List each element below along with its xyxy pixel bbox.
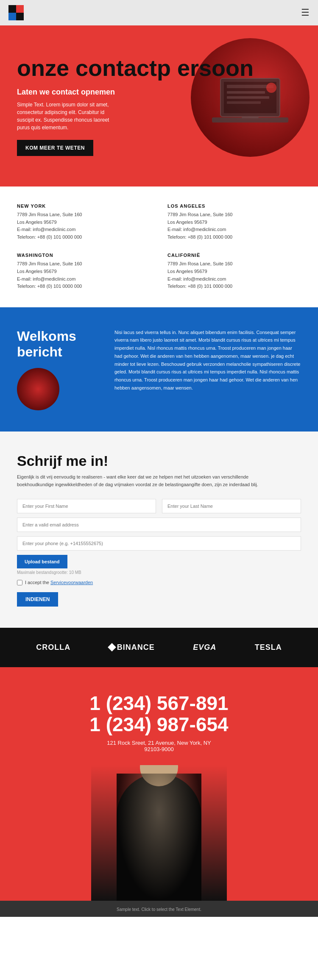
file-size-note: Maximale bestandsgrootte: 10 MB xyxy=(17,570,301,575)
hero-description: Simple Text. Lorem ipsum dolor sit amet,… xyxy=(17,101,119,131)
location-city: CALIFORNIË xyxy=(167,253,301,258)
welcome-left: Welkoms bericht xyxy=(17,329,102,411)
person-silhouette xyxy=(91,765,227,901)
person-face-overlay xyxy=(117,774,201,901)
location-new-york: NEW YORK 7789 Jim Rosa Lane, Suite 160 L… xyxy=(17,203,151,241)
cta-phone2: 1 (234) 987-654 xyxy=(17,714,301,735)
binance-diamond-icon xyxy=(108,643,116,651)
terms-checkbox[interactable] xyxy=(17,580,22,585)
first-name-input[interactable] xyxy=(17,499,156,513)
brand-crolla: CROLLA xyxy=(36,643,70,652)
brands-section: CROLLA BINANCE EVGA TESLA xyxy=(0,628,318,667)
terms-link[interactable]: Servicevoorwaarden xyxy=(50,580,93,585)
header: ☰ xyxy=(0,0,318,25)
name-row xyxy=(17,499,301,513)
hamburger-icon[interactable]: ☰ xyxy=(301,7,310,18)
brand-evga: EVGA xyxy=(193,643,216,652)
phone-input[interactable] xyxy=(17,536,301,551)
last-name-input[interactable] xyxy=(162,499,301,513)
location-detail: 7789 Jim Rosa Lane, Suite 160 Los Angele… xyxy=(167,260,301,290)
hero-content: onze contactp ersoon Laten we contact op… xyxy=(17,56,301,156)
logo-tl xyxy=(8,5,16,13)
location-detail: 7789 Jim Rosa Lane, Suite 160 Los Angele… xyxy=(167,211,301,241)
submit-button[interactable]: INDIENEN xyxy=(17,592,58,607)
location-los-angeles: LOS ANGELES 7789 Jim Rosa Lane, Suite 16… xyxy=(167,203,301,241)
welcome-section: Welkoms bericht Nisi lacus sed viverra t… xyxy=(0,307,318,432)
person-image xyxy=(91,765,227,901)
location-washington: WASHINGTON 7789 Jim Rosa Lane, Suite 160… xyxy=(17,253,151,290)
location-city: LOS ANGELES xyxy=(167,203,301,209)
location-city: NEW YORK xyxy=(17,203,151,209)
form-title: Schrijf me in! xyxy=(17,453,301,469)
upload-button[interactable]: Upload bestand xyxy=(17,555,67,568)
location-city: WASHINGTON xyxy=(17,253,151,258)
terms-checkbox-row: I accept the Servicevoorwaarden xyxy=(17,580,301,585)
locations-section: NEW YORK 7789 Jim Rosa Lane, Suite 160 L… xyxy=(0,187,318,307)
logo-tr xyxy=(16,5,24,13)
location-california: CALIFORNIË 7789 Jim Rosa Lane, Suite 160… xyxy=(167,253,301,290)
email-input[interactable] xyxy=(17,518,301,532)
brand-binance-label: BINANCE xyxy=(117,643,155,652)
footer-text: Sample text. Click to select the Text El… xyxy=(117,907,201,912)
logo xyxy=(8,5,24,20)
cta-phone1: 1 (234) 567-891 xyxy=(17,693,301,714)
logo-br xyxy=(16,13,24,20)
welcome-title: Welkoms bericht xyxy=(17,329,102,360)
welcome-body: Nisi lacus sed viverra tellus in. Nunc a… xyxy=(114,329,301,392)
hero-title: onze contactp ersoon xyxy=(17,56,301,80)
hero-cta-button[interactable]: KOM MEER TE WETEN xyxy=(17,140,93,156)
hero-section: onze contactp ersoon Laten we contact op… xyxy=(0,25,318,187)
terms-label: I accept the Servicevoorwaarden xyxy=(25,580,93,585)
location-detail: 7789 Jim Rosa Lane, Suite 160 Los Angele… xyxy=(17,260,151,290)
location-detail: 7789 Jim Rosa Lane, Suite 160 Los Angele… xyxy=(17,211,151,241)
contact-cta-section: 1 (234) 567-891 1 (234) 987-654 121 Rock… xyxy=(0,667,318,901)
brand-binance: BINANCE xyxy=(109,643,155,652)
person-body xyxy=(117,774,201,901)
logo-bl xyxy=(8,13,16,20)
hero-subtitle: Laten we contact opnemen xyxy=(17,88,301,97)
welcome-image xyxy=(17,368,59,410)
signup-form-section: Schrijf me in! Eigenlijk is dit vrij een… xyxy=(0,432,318,627)
brand-tesla: TESLA xyxy=(255,643,282,652)
footer: Sample text. Click to select the Text El… xyxy=(0,901,318,917)
cta-address: 121 Rock Sreet, 21 Avenue, New York, NY … xyxy=(17,740,301,752)
welcome-image-inner xyxy=(17,368,59,410)
form-description: Eigenlijk is dit vrij eenvoudig te reali… xyxy=(17,473,280,488)
